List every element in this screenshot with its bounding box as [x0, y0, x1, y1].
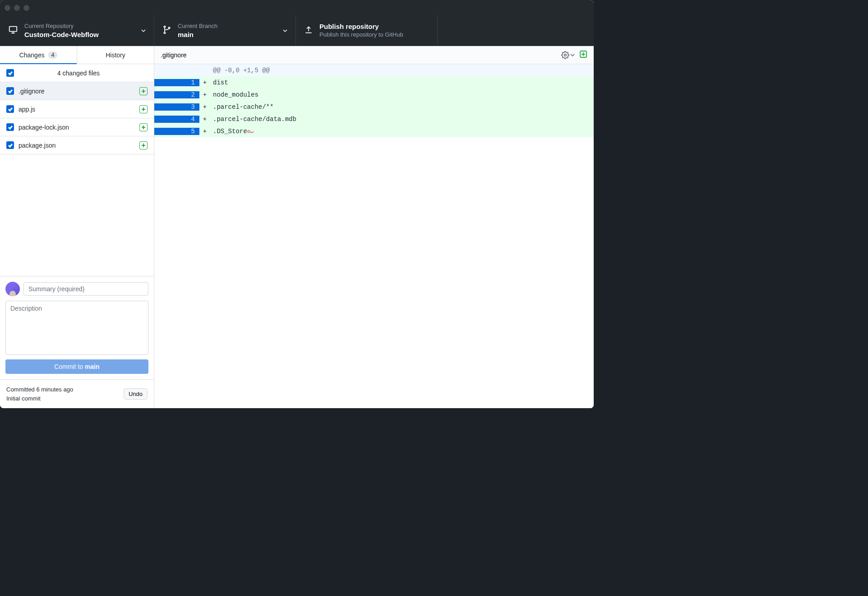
- diff-line-added[interactable]: 5+.DS_Store⊘↵: [154, 125, 594, 137]
- github-desktop-window: Current Repository Custom-Code-Webflow C…: [0, 0, 594, 408]
- no-newline-marker: ⊘↵: [247, 129, 254, 135]
- expand-diff-button[interactable]: [579, 50, 587, 60]
- plus-square-icon: [579, 50, 587, 58]
- upload-icon: [304, 25, 313, 36]
- svg-point-4: [564, 54, 567, 56]
- user-avatar: [5, 282, 20, 296]
- chevron-down-icon: [570, 53, 575, 57]
- file-name: app.js: [18, 106, 135, 113]
- commit-panel: Commit to main: [0, 276, 154, 379]
- commit-button-branch: main: [85, 363, 100, 370]
- last-commit-status: Committed 6 minutes ago Initial commit U…: [0, 379, 154, 408]
- window-titlebar: [0, 0, 594, 15]
- line-number: 1: [177, 79, 199, 86]
- chevron-down-icon: [141, 27, 146, 34]
- files-header-text: 4 changed files: [18, 70, 148, 77]
- added-icon: [139, 105, 148, 113]
- file-checkbox[interactable]: [6, 105, 14, 113]
- diff-line-added[interactable]: 1+dist: [154, 76, 594, 88]
- sidebar-tabs: Changes 4 History: [0, 46, 154, 64]
- diff-body: @@ -0,0 +1,5 @@ 1+dist2+node_modules3+.p…: [154, 64, 594, 408]
- svg-rect-0: [9, 27, 17, 32]
- diff-sign: +: [199, 128, 210, 135]
- file-item[interactable]: .gitignore: [0, 82, 154, 100]
- diff-content: dist: [210, 79, 228, 86]
- diff-content: .DS_Store⊘↵: [210, 128, 254, 135]
- last-commit-message: Initial commit: [6, 394, 73, 403]
- window-minimize-button[interactable]: [14, 5, 20, 11]
- tab-history-label: History: [106, 51, 125, 59]
- diff-content: .parcel-cache/data.mdb: [210, 116, 296, 123]
- publish-title: Publish repository: [319, 22, 403, 31]
- diff-content: node_modules: [210, 91, 259, 98]
- file-item[interactable]: package.json: [0, 136, 154, 154]
- files-header: 4 changed files: [0, 64, 154, 82]
- diff-sign: +: [199, 103, 210, 111]
- branch-value: main: [178, 30, 217, 39]
- svg-point-1: [164, 26, 165, 28]
- publish-repository-button[interactable]: Publish repository Publish this reposito…: [296, 15, 438, 46]
- tab-history[interactable]: History: [77, 46, 154, 64]
- diff-content: .parcel-cache/**: [210, 103, 273, 111]
- commit-button[interactable]: Commit to main: [5, 359, 148, 374]
- diff-panel: .gitignore @@ -0,0 +1,5 @@: [154, 46, 594, 408]
- added-icon: [139, 87, 148, 95]
- file-checkbox[interactable]: [6, 123, 14, 131]
- file-checkbox[interactable]: [6, 87, 14, 95]
- diff-sign: +: [199, 91, 210, 98]
- diff-line-added[interactable]: 2+node_modules: [154, 88, 594, 101]
- select-all-checkbox[interactable]: [6, 69, 14, 77]
- file-name: package-lock.json: [18, 124, 135, 131]
- repo-value: Custom-Code-Webflow: [24, 30, 99, 39]
- current-repository-dropdown[interactable]: Current Repository Custom-Code-Webflow: [0, 15, 154, 46]
- git-branch-icon: [162, 25, 171, 36]
- file-list: .gitignoreapp.jspackage-lock.jsonpackage…: [0, 82, 154, 276]
- file-checkbox[interactable]: [6, 141, 14, 149]
- publish-subtitle: Publish this repository to GitHub: [319, 31, 403, 39]
- diff-line-added[interactable]: 3+.parcel-cache/**: [154, 101, 594, 113]
- svg-point-2: [164, 32, 165, 33]
- commit-description-input[interactable]: [5, 301, 148, 355]
- undo-commit-button[interactable]: Undo: [124, 388, 148, 400]
- file-item[interactable]: package-lock.json: [0, 118, 154, 136]
- tab-changes[interactable]: Changes 4: [0, 46, 77, 64]
- diff-hunk-header: @@ -0,0 +1,5 @@: [154, 64, 594, 76]
- main-area: Changes 4 History 4 changed files .gitig…: [0, 46, 594, 408]
- toolbar: Current Repository Custom-Code-Webflow C…: [0, 15, 594, 46]
- repo-label: Current Repository: [24, 22, 99, 30]
- added-icon: [139, 141, 148, 149]
- diff-sign: +: [199, 79, 210, 86]
- current-branch-dropdown[interactable]: Current Branch main: [154, 15, 296, 46]
- gear-icon: [561, 51, 569, 59]
- line-number: 3: [177, 103, 199, 111]
- file-item[interactable]: app.js: [0, 100, 154, 118]
- last-commit-time: Committed 6 minutes ago: [6, 385, 73, 394]
- file-name: .gitignore: [18, 88, 135, 95]
- line-number: 2: [177, 91, 199, 98]
- commit-summary-input[interactable]: [23, 282, 148, 296]
- tab-changes-label: Changes: [19, 51, 45, 59]
- line-number: 5: [177, 128, 199, 135]
- added-icon: [139, 123, 148, 131]
- window-zoom-button[interactable]: [23, 5, 29, 11]
- chevron-down-icon: [283, 27, 287, 34]
- sidebar: Changes 4 History 4 changed files .gitig…: [0, 46, 154, 408]
- diff-settings-button[interactable]: [561, 51, 575, 59]
- diff-sign: +: [199, 116, 210, 123]
- computer-icon: [8, 25, 18, 36]
- diff-header: .gitignore: [154, 46, 594, 64]
- diff-hunk-text: @@ -0,0 +1,5 @@: [210, 67, 270, 74]
- changes-count-badge: 4: [48, 51, 58, 59]
- line-number: 4: [177, 116, 199, 123]
- diff-filename: .gitignore: [161, 51, 187, 59]
- window-close-button[interactable]: [5, 5, 10, 11]
- commit-button-prefix: Commit to: [54, 363, 85, 370]
- diff-line-added[interactable]: 4+.parcel-cache/data.mdb: [154, 113, 594, 125]
- file-name: package.json: [18, 142, 135, 149]
- branch-label: Current Branch: [178, 22, 217, 30]
